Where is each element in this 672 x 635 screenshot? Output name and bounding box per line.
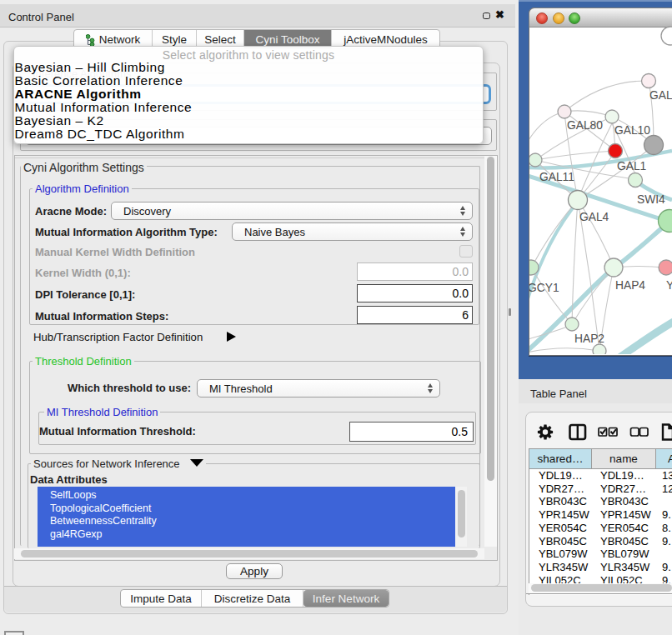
svg-text:GAL11: GAL11 [539,171,574,183]
svg-text:HAP4: HAP4 [615,279,645,292]
svg-text:GAL1: GAL1 [617,160,646,172]
svg-text:GCY1: GCY1 [529,282,559,294]
svg-text:GAL4: GAL4 [579,211,609,223]
svg-text:GAL7: GAL7 [649,89,672,102]
svg-text:HAP2: HAP2 [574,332,604,345]
svg-text:Y: Y [666,279,672,292]
svg-text:SWI4: SWI4 [637,193,665,206]
svg-text:GAL10: GAL10 [614,124,650,137]
svg-text:GAL80: GAL80 [567,119,603,132]
